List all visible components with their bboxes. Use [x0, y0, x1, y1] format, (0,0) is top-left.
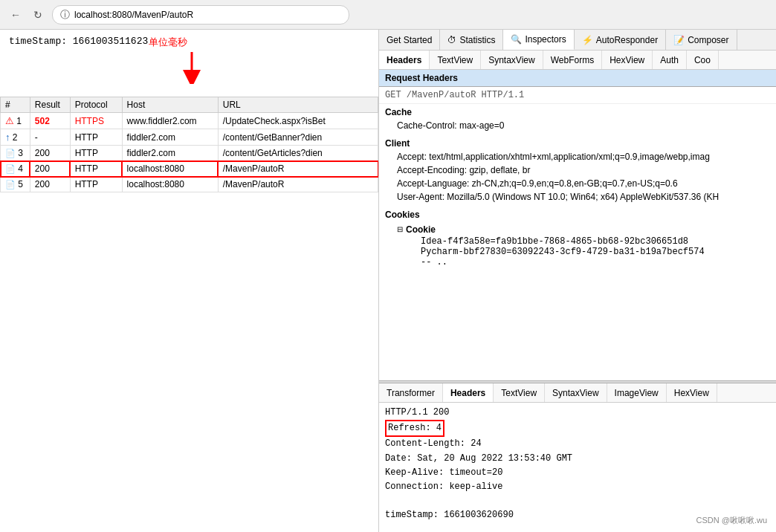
- cell-host: localhost:8080: [122, 177, 218, 192]
- cache-content: Cache-Control: max-age=0: [397, 119, 770, 132]
- cell-result: -: [30, 129, 70, 146]
- session-table: # Result Protocol Host URL ⚠ 1 502 HTTPS…: [0, 97, 378, 532]
- client-item: Accept-Language: zh-CN,zh;q=0.9,en;q=0.8…: [397, 177, 770, 190]
- cell-protocol: HTTP: [70, 129, 122, 146]
- autoresponder-label: AutoResponder: [596, 35, 658, 45]
- expand-icon: ⊟: [397, 225, 403, 233]
- client-content: Accept: text/html,application/xhtml+xml,…: [397, 150, 770, 204]
- cookies-title: Cookies: [385, 210, 770, 220]
- cell-num: ↑ 2: [1, 129, 30, 146]
- right-panel: Get Started ⏱ Statistics 🔍 Inspectors ⚡ …: [379, 30, 776, 532]
- sub-tabs-row: Headers TextView SyntaxView WebForms Hex…: [379, 51, 776, 70]
- resp-tab-headers[interactable]: Headers: [443, 383, 494, 402]
- tab-autoresponder[interactable]: ⚡ AutoResponder: [575, 30, 666, 50]
- cell-host: www.fiddler2.com: [122, 113, 218, 129]
- sub-tab-textview[interactable]: TextView: [430, 51, 481, 69]
- response-line: Keep-Alive: timeout=20: [385, 466, 770, 480]
- request-headers-title: Request Headers: [379, 70, 776, 87]
- inspectors-icon: 🔍: [511, 34, 522, 45]
- cell-num: ⚠ 1: [1, 113, 30, 129]
- composer-icon: 📝: [673, 35, 685, 45]
- col-host: Host: [122, 97, 218, 113]
- annotation-area: timeStamp: 1661003511623 单位毫秒: [0, 30, 378, 97]
- table-row[interactable]: ↑ 2 - HTTP fiddler2.com /content/GetBann…: [1, 129, 378, 146]
- annotation-label: 单位毫秒: [149, 36, 187, 49]
- col-num: #: [1, 97, 30, 113]
- timestamp-text: timeStamp: 1661003511623: [9, 36, 148, 47]
- sub-tab-webforms[interactable]: WebForms: [543, 51, 602, 69]
- table-row[interactable]: 📄 5 200 HTTP localhost:8080 /MavenP/auto…: [1, 177, 378, 192]
- request-section: Request Headers GET /MavenP/autoR HTTP/1…: [379, 70, 776, 380]
- cookie-item: Idea-f4f3a58e=fa9b1bbe-7868-4865-bb68-92…: [421, 236, 770, 247]
- resp-tab-imageview[interactable]: ImageView: [607, 383, 667, 402]
- cookie-suffix: -- ..: [421, 257, 770, 267]
- resp-tab-syntaxview[interactable]: SyntaxView: [545, 383, 607, 402]
- request-line: GET /MavenP/autoR HTTP/1.1: [379, 87, 776, 104]
- sub-tab-headers[interactable]: Headers: [379, 51, 430, 69]
- cache-group: Cache Cache-Control: max-age=0: [379, 104, 776, 135]
- inspectors-label: Inspectors: [525, 34, 566, 45]
- resp-tab-hexview[interactable]: HexView: [667, 383, 717, 402]
- info-icon: ⓘ: [60, 8, 70, 22]
- client-item: Accept: text/html,application/xhtml+xml,…: [397, 150, 770, 163]
- cache-title: Cache: [385, 107, 770, 117]
- cell-num: 📄 3: [1, 146, 30, 161]
- cell-protocol: HTTP: [70, 177, 122, 192]
- cell-num: 📄 4: [1, 161, 30, 177]
- response-tabs-row: Transformer Headers TextView SyntaxView …: [379, 383, 776, 403]
- back-button[interactable]: ←: [7, 7, 24, 23]
- cell-protocol: HTTPS: [70, 113, 122, 129]
- cell-result: 200: [30, 146, 70, 161]
- cell-url: /MavenP/autoR: [218, 177, 378, 192]
- resp-tab-textview[interactable]: TextView: [494, 383, 545, 402]
- sub-tab-syntaxview[interactable]: SyntaxView: [481, 51, 543, 69]
- response-section: Transformer Headers TextView SyntaxView …: [379, 383, 776, 532]
- tab-statistics[interactable]: ⏱ Statistics: [440, 30, 503, 50]
- cell-num: 📄 5: [1, 177, 30, 192]
- cell-result: 502: [30, 113, 70, 129]
- table-row[interactable]: 📄 3 200 HTTP fiddler2.com /content/GetAr…: [1, 146, 378, 161]
- autoresponder-icon: ⚡: [582, 35, 593, 45]
- arrow-container: [177, 51, 207, 86]
- address-bar: ⓘ: [52, 5, 349, 25]
- resp-tab-transformer[interactable]: Transformer: [379, 383, 443, 402]
- tab-inspectors[interactable]: 🔍 Inspectors: [503, 30, 574, 50]
- arrow-down-icon: [177, 51, 207, 84]
- client-item: User-Agent: Mozilla/5.0 (Windows NT 10.0…: [397, 190, 770, 204]
- cell-url: /content/GetArticles?dien: [218, 146, 378, 161]
- statistics-label: Statistics: [459, 35, 495, 45]
- table-row[interactable]: 📄 4 200 HTTP localhost:8080 /MavenP/auto…: [1, 161, 378, 177]
- sub-tab-auth[interactable]: Auth: [653, 51, 687, 69]
- response-content: HTTP/1.1 200Refresh: 4Content-Length: 24…: [379, 403, 776, 526]
- cookie-item: Pycharm-bbf27830=63092243-3cf9-4729-ba31…: [421, 247, 770, 257]
- composer-label: Composer: [688, 35, 728, 45]
- cell-url: /UpdateCheck.aspx?isBet: [218, 113, 378, 129]
- col-result: Result: [30, 97, 70, 113]
- response-line: Date: Sat, 20 Aug 2022 13:53:40 GMT: [385, 452, 770, 466]
- sub-tab-coo[interactable]: Coo: [687, 51, 719, 69]
- top-tabs-row: Get Started ⏱ Statistics 🔍 Inspectors ⚡ …: [379, 30, 776, 51]
- tab-get-started[interactable]: Get Started: [379, 30, 440, 50]
- client-group: Client Accept: text/html,application/xht…: [379, 135, 776, 207]
- url-input[interactable]: [74, 10, 341, 20]
- cell-protocol: HTTP: [70, 161, 122, 177]
- statistics-icon: ⏱: [447, 35, 456, 45]
- cell-host: fiddler2.com: [122, 129, 218, 146]
- response-line-empty: [385, 494, 770, 508]
- refresh-button[interactable]: ↻: [30, 7, 46, 23]
- col-url: URL: [218, 97, 378, 113]
- left-panel: timeStamp: 1661003511623 单位毫秒: [0, 30, 379, 532]
- sub-tab-hexview[interactable]: HexView: [602, 51, 653, 69]
- get-started-label: Get Started: [387, 35, 432, 45]
- cookie-items: Idea-f4f3a58e=fa9b1bbe-7868-4865-bb68-92…: [397, 236, 770, 257]
- response-line: Content-Length: 24: [385, 437, 770, 451]
- cell-result: 200: [30, 177, 70, 192]
- cell-url: /content/GetBanner?dien: [218, 129, 378, 146]
- tab-composer[interactable]: 📝 Composer: [666, 30, 737, 50]
- cookie-row: ⊟ Cookie: [397, 221, 770, 236]
- cell-protocol: HTTP: [70, 146, 122, 161]
- response-line: Connection: keep-alive: [385, 480, 770, 494]
- client-item: Accept-Encoding: gzip, deflate, br: [397, 163, 770, 177]
- table-row[interactable]: ⚠ 1 502 HTTPS www.fiddler2.com /UpdateCh…: [1, 113, 378, 129]
- response-line-highlighted: Refresh: 4: [385, 420, 770, 437]
